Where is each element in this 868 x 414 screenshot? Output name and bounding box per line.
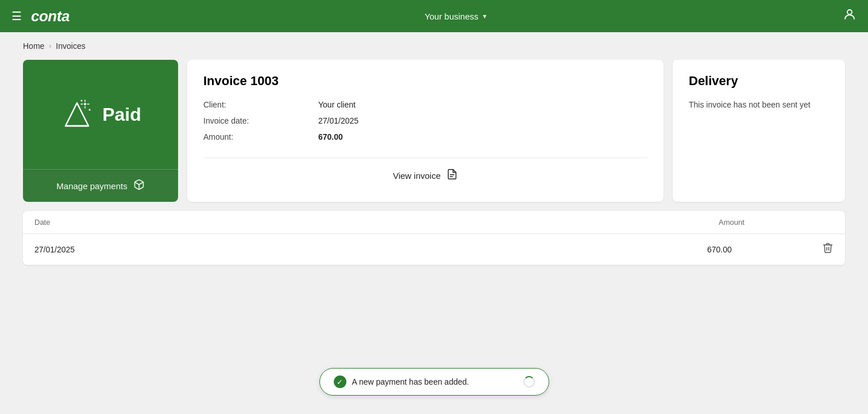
invoice-client-row: Client: Your client <box>203 100 647 109</box>
delivery-message: This invoice has not been sent yet <box>689 100 829 109</box>
invoice-card: Invoice 1003 Client: Your client Invoice… <box>187 60 663 202</box>
hamburger-icon[interactable]: ☰ <box>11 9 22 23</box>
trash-icon <box>822 242 834 256</box>
manage-payments-label: Manage payments <box>56 181 127 191</box>
invoice-card-body: Invoice 1003 Client: Your client Invoice… <box>203 74 647 153</box>
toast-check-icon: ✓ <box>334 375 346 388</box>
payment-date: 27/01/2025 <box>34 245 707 254</box>
view-invoice-button[interactable]: View invoice <box>203 163 647 188</box>
delete-payment-button[interactable] <box>822 242 834 256</box>
payment-amount: 670.00 <box>707 245 822 254</box>
invoice-title: Invoice 1003 <box>203 74 647 89</box>
chevron-down-icon: ▼ <box>482 13 488 20</box>
toast-left: ✓ A new payment has been added. <box>334 375 469 388</box>
date-label: Invoice date: <box>203 116 318 125</box>
svg-point-5 <box>81 100 83 102</box>
invoice-divider <box>203 158 647 158</box>
invoice-details: Client: Your client Invoice date: 27/01/… <box>203 100 647 141</box>
paid-status-card: Paid Manage payments <box>23 60 178 202</box>
user-icon[interactable] <box>843 7 857 25</box>
client-value: Your client <box>318 100 356 109</box>
toast-spinner <box>523 376 535 388</box>
invoice-card-footer: View invoice <box>203 153 647 188</box>
date-value: 27/01/2025 <box>318 116 358 125</box>
paid-card-top: Paid <box>23 60 178 169</box>
svg-point-4 <box>89 109 91 111</box>
toast-notification: ✓ A new payment has been added. <box>319 368 549 396</box>
header: ☰ conta Your business ▼ <box>0 0 868 32</box>
payments-table: Date Amount 27/01/2025 670.00 <box>23 211 845 265</box>
delivery-card: Delivery This invoice has not been sent … <box>673 60 845 202</box>
amount-label: Amount: <box>203 132 318 141</box>
logo: conta <box>31 7 70 25</box>
toast-message: A new payment has been added. <box>352 377 469 386</box>
table-row: 27/01/2025 670.00 <box>23 234 845 265</box>
amount-value: 670.00 <box>318 132 343 141</box>
amount-column-header: Amount <box>719 218 834 227</box>
breadcrumb-home[interactable]: Home <box>23 41 44 51</box>
svg-point-0 <box>847 10 852 14</box>
date-column-header: Date <box>34 218 719 227</box>
box-icon <box>133 179 145 193</box>
breadcrumb: Home › Invoices <box>0 32 868 60</box>
svg-point-3 <box>84 103 86 105</box>
client-label: Client: <box>203 100 318 109</box>
business-name: Your business <box>425 12 479 21</box>
table-header: Date Amount <box>23 211 845 234</box>
main-content: Paid Manage payments Invoice 1003 <box>0 60 868 288</box>
view-invoice-label: View invoice <box>393 171 441 181</box>
invoice-date-row: Invoice date: 27/01/2025 <box>203 116 647 125</box>
breadcrumb-current: Invoices <box>56 41 85 51</box>
invoice-amount-row: Amount: 670.00 <box>203 132 647 141</box>
document-icon <box>446 168 458 182</box>
celebration-icon <box>60 97 94 132</box>
business-selector[interactable]: Your business ▼ <box>425 12 488 21</box>
header-left: ☰ conta <box>11 7 70 25</box>
cards-row: Paid Manage payments Invoice 1003 <box>23 60 845 202</box>
breadcrumb-separator: › <box>49 42 51 50</box>
delivery-title: Delivery <box>689 74 829 89</box>
toast-container: ✓ A new payment has been added. <box>319 368 549 396</box>
paid-label: Paid <box>102 104 141 125</box>
manage-payments-button[interactable]: Manage payments <box>23 169 178 202</box>
